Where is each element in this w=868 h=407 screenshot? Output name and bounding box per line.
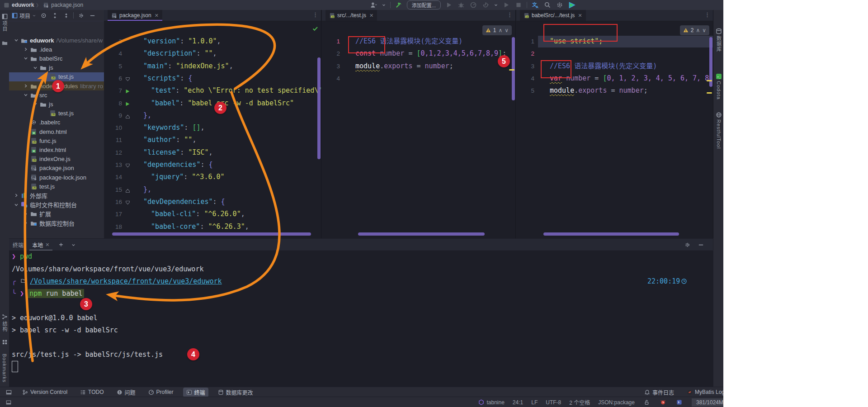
run-script-icon[interactable] bbox=[125, 100, 130, 106]
statusbar-button-MyBatis Log[interactable]: MyBatis Log bbox=[684, 388, 728, 396]
tool-windows-toggle-icon[interactable] bbox=[5, 398, 13, 407]
file-type-widget[interactable]: JSON:package bbox=[598, 399, 635, 406]
caret-down-icon[interactable] bbox=[382, 3, 386, 7]
tabnine-widget[interactable]: tabnine bbox=[478, 399, 504, 406]
tab-close-icon[interactable]: ✕ bbox=[578, 13, 582, 19]
terminal-directory-link[interactable]: /Volumes/share/workspace/front/vue/vue3/… bbox=[30, 277, 222, 285]
tree-mode-selector[interactable]: 项目 bbox=[12, 12, 36, 19]
alarm-icon[interactable] bbox=[659, 398, 667, 407]
chevron-down-icon[interactable] bbox=[23, 92, 29, 98]
editor-hscrollbar[interactable] bbox=[543, 232, 679, 236]
editor-hscrollbar[interactable] bbox=[112, 232, 311, 236]
chevron-right-icon[interactable] bbox=[23, 220, 29, 226]
toolwindow-button-问题[interactable]: 问题 bbox=[113, 388, 139, 397]
chevron-right-icon[interactable] bbox=[23, 211, 29, 217]
fold-open-icon[interactable] bbox=[125, 199, 131, 204]
run-script-icon[interactable] bbox=[125, 88, 130, 93]
breadcrumb-project[interactable]: eduwork bbox=[12, 2, 34, 8]
terminal-dropdown-icon[interactable] bbox=[70, 241, 78, 249]
stripe-item-项目[interactable]: 项目 bbox=[0, 14, 9, 32]
chevron-down-icon[interactable] bbox=[23, 55, 29, 62]
tree-item-func.js[interactable]: JSfunc.js bbox=[9, 136, 118, 145]
run-config-button[interactable]: 添加配置... bbox=[407, 0, 441, 9]
chevron-down-icon[interactable] bbox=[14, 37, 20, 43]
tree-item-.babelrc[interactable]: .babelrc bbox=[9, 118, 118, 127]
stripe-item-RestfulTool[interactable]: RestfulTool bbox=[714, 112, 723, 149]
tree-item-babelSrc[interactable]: babelSrc bbox=[9, 54, 118, 63]
inspections-widget[interactable]: 2∧∨ bbox=[680, 25, 709, 35]
tab-close-icon[interactable]: ✕ bbox=[45, 242, 49, 248]
caret-position-widget[interactable]: 24:1 bbox=[513, 399, 523, 406]
fold-open-icon[interactable] bbox=[125, 76, 131, 81]
tab-close-icon[interactable]: ✕ bbox=[369, 13, 373, 19]
fold-close-icon[interactable] bbox=[125, 113, 131, 118]
prev-problem-icon[interactable]: ∧ bbox=[696, 27, 700, 33]
tree-item-src[interactable]: src bbox=[9, 90, 118, 99]
editor-vscrollbar[interactable] bbox=[317, 57, 321, 159]
chevron-down-icon[interactable] bbox=[33, 101, 39, 107]
new-terminal-icon[interactable] bbox=[57, 241, 65, 249]
fold-close-icon[interactable] bbox=[125, 187, 131, 192]
fold-open-icon[interactable] bbox=[125, 162, 131, 167]
next-problem-icon[interactable]: ∨ bbox=[702, 27, 706, 33]
tab-src/.../test.js[interactable]: JSsrc/.../test.js✕ bbox=[326, 10, 377, 21]
indicator-icon[interactable] bbox=[675, 398, 684, 407]
tree-item-扩展[interactable]: 扩展 bbox=[9, 209, 118, 218]
tab-close-icon[interactable]: ✕ bbox=[155, 13, 159, 19]
tree-item-demo.html[interactable]: Hdemo.html bbox=[9, 127, 118, 136]
editor-vscrollbar[interactable] bbox=[512, 37, 515, 100]
code-line: "keywords": [], bbox=[143, 122, 204, 134]
editor-more-icon[interactable]: ⋮ bbox=[312, 11, 318, 18]
chevron-right-icon[interactable] bbox=[23, 83, 29, 89]
indent-widget[interactable]: 2 个空格 bbox=[569, 398, 590, 406]
tree-item-indexOne.js[interactable]: JSindexOne.js bbox=[9, 155, 118, 164]
inspections-widget[interactable]: 1∧∨ bbox=[482, 25, 512, 35]
stripe-icon[interactable] bbox=[0, 339, 9, 345]
tab-babelSrc/.../test.js[interactable]: JSbabelSrc/.../test.js✕ bbox=[520, 10, 586, 21]
chevron-down-icon[interactable] bbox=[14, 202, 20, 208]
tree-item-eduwork[interactable]: eduwork /Volumes/share/w bbox=[9, 36, 108, 45]
stripe-item-Bookmarks[interactable]: Bookmarks bbox=[0, 354, 9, 383]
toolwindow-button-TODO[interactable]: TODO bbox=[77, 388, 107, 396]
tree-item-临时文件和控制台[interactable]: 临时文件和控制台 bbox=[9, 200, 108, 209]
json-file-icon: {…} bbox=[30, 174, 37, 181]
line-separator-widget[interactable]: LF bbox=[531, 399, 538, 406]
chevron-right-icon[interactable] bbox=[23, 46, 29, 52]
stripe-item-Codota[interactable]: >_Codota bbox=[714, 73, 723, 99]
editor-hscrollbar[interactable] bbox=[358, 232, 485, 236]
memory-indicator[interactable]: 381/1024M bbox=[692, 398, 728, 407]
html-file-icon: H bbox=[30, 128, 37, 135]
encoding-widget[interactable]: UTF-8 bbox=[546, 399, 561, 406]
tree-item-.idea[interactable]: .idea bbox=[9, 45, 118, 54]
prev-problem-icon[interactable]: ∧ bbox=[498, 27, 502, 33]
tree-item-package.json[interactable]: {…}package.json bbox=[9, 164, 118, 173]
hide-terminal-icon[interactable] bbox=[697, 241, 705, 249]
toolwindow-button-终端[interactable]: 终端 bbox=[183, 388, 208, 397]
breadcrumb-file[interactable]: package.json bbox=[51, 2, 83, 8]
tree-item-test.js[interactable]: JStest.js bbox=[9, 182, 118, 191]
terminal-tab-local[interactable]: 本地✕ bbox=[29, 239, 52, 251]
tool-windows-icon[interactable] bbox=[5, 388, 13, 396]
toolwindow-button-Profiler[interactable]: Profiler bbox=[145, 388, 177, 396]
stripe-item-结构[interactable]: 结构 bbox=[0, 314, 9, 332]
statusbar-button-事件日志[interactable]: 事件日志 bbox=[641, 388, 677, 397]
editor-vscrollbar[interactable] bbox=[709, 37, 712, 87]
tab-package.json[interactable]: {…}package.json✕ bbox=[108, 10, 162, 21]
toolwindow-button-Version Control[interactable]: Version Control bbox=[19, 388, 71, 396]
editor-more-icon[interactable]: ⋮ bbox=[704, 11, 710, 18]
stripe-item-数据库[interactable]: 数据库 bbox=[714, 28, 723, 52]
chevron-down-icon[interactable] bbox=[33, 65, 39, 71]
chevron-right-icon[interactable] bbox=[14, 192, 20, 199]
tree-item-package-lock.json[interactable]: {…}package-lock.json bbox=[9, 173, 118, 182]
caret-down-icon[interactable] bbox=[494, 3, 498, 7]
inspections-ok-icon[interactable] bbox=[312, 25, 318, 33]
terminal-settings-icon[interactable] bbox=[683, 241, 691, 249]
tree-item-index.html[interactable]: Hindex.html bbox=[9, 145, 118, 154]
unlock-icon[interactable] bbox=[643, 398, 651, 407]
tree-item-外部库[interactable]: 外部库 bbox=[9, 191, 108, 200]
stripe-icon[interactable] bbox=[0, 40, 9, 46]
editor-more-icon[interactable]: ⋮ bbox=[507, 11, 513, 18]
tree-item-数据库控制台[interactable]: 数据库控制台 bbox=[9, 218, 118, 227]
next-problem-icon[interactable]: ∨ bbox=[505, 27, 509, 33]
toolwindow-button-数据库更改[interactable]: 数据库更改 bbox=[215, 388, 256, 397]
